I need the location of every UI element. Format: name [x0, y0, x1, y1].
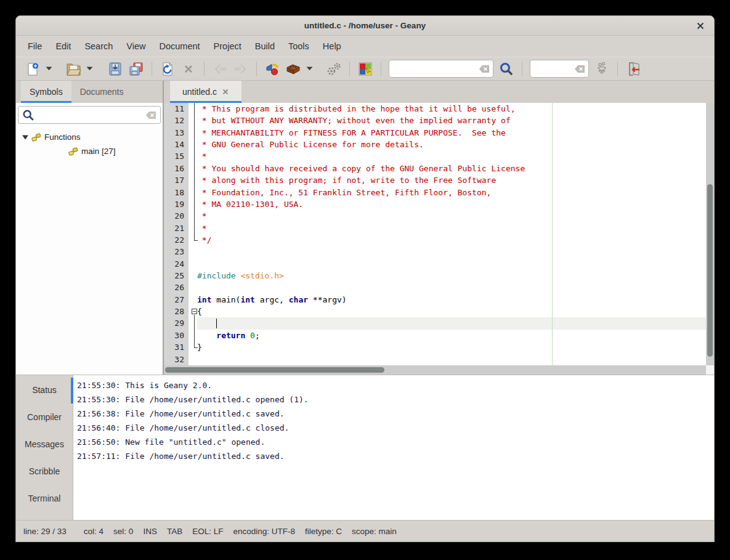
menu-file[interactable]: File	[21, 38, 49, 55]
navigate-forward-button[interactable]	[230, 59, 251, 79]
code-line[interactable]: 30 return 0;	[164, 330, 714, 341]
code-line[interactable]: 14 * GNU General Public License for more…	[164, 139, 714, 150]
code-line[interactable]: 23	[164, 246, 714, 258]
close-tab-icon[interactable]	[222, 88, 229, 95]
open-file-button[interactable]	[63, 59, 84, 79]
clear-entry-icon[interactable]	[145, 111, 156, 120]
new-file-button[interactable]	[22, 59, 43, 79]
quit-button[interactable]	[623, 59, 644, 79]
long-line-marker	[552, 103, 553, 365]
tree-item-functions[interactable]: Functions	[18, 130, 161, 144]
revert-button[interactable]	[157, 59, 178, 79]
bottom-tab-terminal[interactable]: Terminal	[16, 485, 73, 512]
navigate-back-button[interactable]	[209, 59, 230, 79]
sidebar-tab-symbols[interactable]: Symbols	[21, 81, 71, 103]
color-chooser-button[interactable]	[355, 59, 376, 79]
code-line[interactable]: 32	[164, 354, 714, 365]
expander-icon[interactable]	[22, 135, 28, 140]
menu-help[interactable]: Help	[316, 38, 348, 55]
quit-door-icon	[626, 62, 641, 76]
code-line[interactable]: 31}	[164, 341, 714, 353]
code-area[interactable]: 11 * This program is distributed in the …	[164, 103, 714, 365]
symbol-filter-input[interactable]	[38, 110, 145, 120]
search-input[interactable]	[392, 64, 479, 73]
code-line[interactable]: 28{	[164, 306, 714, 317]
menu-search[interactable]: Search	[78, 38, 120, 55]
symbol-filter-entry[interactable]	[18, 106, 161, 124]
tree-item-main[interactable]: main [27]	[18, 144, 161, 158]
line-number: 17	[164, 174, 189, 186]
titlebar[interactable]: untitled.c - /home/user - Geany	[16, 16, 714, 36]
code-line[interactable]: 16 * You should have received a copy of …	[164, 163, 714, 174]
bottom-tab-status[interactable]: Status	[16, 376, 73, 404]
code-line[interactable]: 27int main(int argc, char **argv)	[164, 294, 714, 306]
bottom-tab-messages[interactable]: Messages	[16, 431, 73, 458]
code-line[interactable]: 20 *	[164, 210, 714, 222]
document-tab-untitled[interactable]: untitled.c	[170, 81, 241, 103]
statusbar-item: scope: main	[352, 527, 397, 536]
fold-collapse-icon[interactable]	[192, 309, 197, 314]
code-line[interactable]: 18 * Foundation, Inc., 51 Franklin Stree…	[164, 187, 714, 198]
new-file-menu-button[interactable]	[43, 59, 54, 79]
vertical-scrollbar[interactable]	[706, 103, 714, 365]
menu-build[interactable]: Build	[248, 38, 282, 55]
code-line[interactable]: 19 * MA 02110-1301, USA.	[164, 198, 714, 210]
line-number: 32	[164, 354, 189, 365]
code-line[interactable]: 21 *	[164, 222, 714, 234]
fold-margin[interactable]	[189, 306, 197, 317]
code-line[interactable]: 13 * MERCHANTABILITY or FITNESS FOR A PA…	[164, 127, 714, 139]
fold-margin	[189, 210, 197, 222]
code-line[interactable]: 17 * along with this program; if not, wr…	[164, 174, 714, 186]
code-line[interactable]: 12 * but WITHOUT ANY WARRANTY; without e…	[164, 115, 714, 126]
menu-tools[interactable]: Tools	[282, 38, 316, 55]
code-line[interactable]: 25#include <stdio.h>	[164, 270, 714, 282]
build-menu-button[interactable]	[304, 59, 315, 79]
code-line[interactable]: 29	[164, 317, 714, 329]
find-button[interactable]	[496, 59, 517, 79]
execute-button[interactable]	[323, 59, 344, 79]
save-all-button[interactable]	[126, 59, 147, 79]
horizontal-scrollbar[interactable]	[164, 365, 714, 375]
menu-view[interactable]: View	[120, 38, 152, 55]
code-line[interactable]: 24	[164, 258, 714, 270]
goto-line-input[interactable]	[533, 64, 574, 73]
menu-project[interactable]: Project	[207, 38, 248, 55]
clear-entry-icon[interactable]	[574, 65, 585, 73]
goto-line-button[interactable]	[591, 59, 612, 79]
open-file-menu-button[interactable]	[84, 59, 95, 79]
code-text: * This program is distributed in the hop…	[197, 103, 714, 115]
status-message: 21:56:50: New file "untitled.c" opened.	[77, 435, 714, 449]
save-button[interactable]	[105, 59, 126, 79]
new-file-icon	[25, 62, 40, 76]
code-line[interactable]: 15 *	[164, 150, 714, 162]
menu-edit[interactable]: Edit	[49, 38, 78, 55]
goto-line-entry[interactable]	[530, 60, 589, 78]
code-text: * MERCHANTABILITY or FITNESS FOR A PARTI…	[197, 127, 714, 139]
fold-margin	[189, 270, 197, 282]
build-button[interactable]	[283, 59, 304, 79]
status-messages: 21:55:30: This is Geany 2.0.21:55:30: Fi…	[73, 375, 714, 520]
window-title: untitled.c - /home/user - Geany	[304, 21, 426, 30]
bottom-tab-compiler[interactable]: Compiler	[16, 404, 73, 431]
clear-entry-icon[interactable]	[479, 65, 490, 73]
code-text	[197, 258, 714, 270]
toolbar-search-entry[interactable]	[389, 60, 493, 78]
sidebar-tab-documents[interactable]: Documents	[71, 81, 132, 103]
window-close-button[interactable]	[693, 18, 708, 33]
fold-margin	[189, 150, 197, 162]
bottom-tab-scribble[interactable]: Scribble	[16, 458, 73, 485]
vertical-scrollbar-thumb[interactable]	[707, 184, 713, 357]
compile-button[interactable]	[262, 59, 283, 79]
save-icon	[108, 62, 123, 76]
forward-icon	[233, 63, 249, 75]
line-number: 29	[164, 317, 189, 329]
horizontal-scrollbar-thumb[interactable]	[165, 367, 384, 373]
code-line[interactable]: 11 * This program is distributed in the …	[164, 103, 714, 115]
code-line[interactable]: 22 */	[164, 234, 714, 246]
menu-document[interactable]: Document	[153, 38, 207, 55]
build-brick-icon	[285, 62, 301, 76]
tree-item-label: Functions	[44, 132, 81, 142]
code-line[interactable]: 26	[164, 282, 714, 293]
editor: untitled.c 11 * This program is distribu…	[164, 81, 714, 375]
close-document-button[interactable]	[178, 59, 199, 79]
